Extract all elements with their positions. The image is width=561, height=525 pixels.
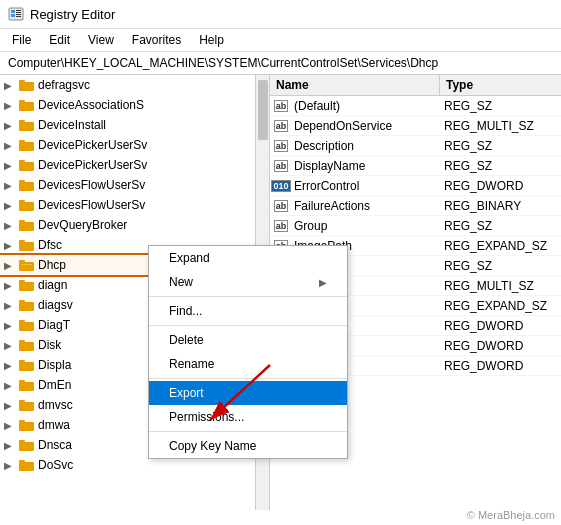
chevron-icon: ▶: [4, 80, 16, 91]
ctx-permissions[interactable]: Permissions...: [149, 405, 347, 429]
svg-rect-29: [19, 280, 25, 284]
folder-icon: [19, 358, 35, 372]
value-row-default[interactable]: ab (Default) REG_SZ: [270, 96, 561, 116]
ctx-copy-key-name[interactable]: Copy Key Name: [149, 434, 347, 458]
value-name: DependOnService: [292, 119, 440, 133]
ab-icon: ab: [272, 139, 290, 153]
value-row-displayname[interactable]: ab DisplayName REG_SZ: [270, 156, 561, 176]
scroll-thumb[interactable]: [258, 80, 268, 140]
tree-item-devicepicker2[interactable]: ▶ DevicePickerUserSv: [0, 155, 269, 175]
chevron-icon: ▶: [4, 260, 16, 271]
chevron-icon: ▶: [4, 140, 16, 151]
tree-item-devicepicker1[interactable]: ▶ DevicePickerUserSv: [0, 135, 269, 155]
svg-rect-10: [19, 100, 25, 104]
menu-view[interactable]: View: [80, 31, 122, 49]
tree-label: DevicesFlowUserSv: [38, 178, 145, 192]
folder-icon: [19, 278, 35, 292]
ctx-rename[interactable]: Rename: [149, 352, 347, 376]
svg-rect-26: [19, 260, 25, 264]
value-row-description[interactable]: ab Description REG_SZ: [270, 136, 561, 156]
value-row-group[interactable]: ab Group REG_SZ: [270, 216, 561, 236]
title-bar: Registry Editor: [0, 0, 561, 29]
value-name: Description: [292, 139, 440, 153]
tree-label: dmvsc: [38, 398, 73, 412]
ctx-export[interactable]: Export: [149, 381, 347, 405]
svg-rect-20: [19, 200, 25, 204]
svg-rect-31: [19, 300, 25, 304]
value-type: REG_MULTI_SZ: [440, 119, 561, 133]
app-title: Registry Editor: [30, 7, 115, 22]
value-name: Group: [292, 219, 440, 233]
value-type: REG_SZ: [440, 259, 561, 273]
ctx-rename-label: Rename: [169, 357, 214, 371]
tree-label: DeviceAssociationS: [38, 98, 144, 112]
folder-icon: [19, 78, 35, 92]
tree-label: DmEn: [38, 378, 71, 392]
folder-icon: [19, 338, 35, 352]
value-row-errorcontrol[interactable]: 010 ErrorControl REG_DWORD: [270, 176, 561, 196]
value-type: REG_EXPAND_SZ: [440, 299, 561, 313]
menu-file[interactable]: File: [4, 31, 39, 49]
ctx-delete[interactable]: Delete: [149, 328, 347, 352]
folder-icon: [19, 218, 35, 232]
chevron-icon: ▶: [4, 460, 16, 471]
tree-item-defragsvc[interactable]: ▶ defragsvc: [0, 75, 269, 95]
tree-label: DeviceInstall: [38, 118, 106, 132]
main-content: ▶ defragsvc ▶ DeviceAssociationS ▶ Devic…: [0, 75, 561, 510]
svg-rect-6: [16, 16, 21, 17]
tree-label: diagn: [38, 278, 67, 292]
value-type: REG_SZ: [440, 139, 561, 153]
ctx-separator-4: [149, 431, 347, 432]
tree-label: Dfsc: [38, 238, 62, 252]
folder-icon: [19, 458, 35, 472]
ctx-expand-label: Expand: [169, 251, 210, 265]
ctx-new[interactable]: New ▶: [149, 270, 347, 294]
header-type: Type: [440, 75, 561, 95]
folder-icon: [19, 398, 35, 412]
value-name: (Default): [292, 99, 440, 113]
chevron-icon: ▶: [4, 440, 16, 451]
folder-icon: [19, 118, 35, 132]
chevron-icon: ▶: [4, 340, 16, 351]
chevron-icon: ▶: [4, 280, 16, 291]
tree-item-devicesflow1[interactable]: ▶ DevicesFlowUserSv: [0, 175, 269, 195]
ctx-permissions-label: Permissions...: [169, 410, 244, 424]
value-type: REG_SZ: [440, 219, 561, 233]
ctx-delete-label: Delete: [169, 333, 204, 347]
menu-bar: File Edit View Favorites Help: [0, 29, 561, 52]
svg-rect-8: [19, 80, 25, 84]
tree-item-devicesflow2[interactable]: ▶ DevicesFlowUserSv: [0, 195, 269, 215]
svg-rect-39: [19, 380, 25, 384]
ctx-expand[interactable]: Expand: [149, 246, 347, 270]
svg-rect-35: [19, 340, 25, 344]
menu-help[interactable]: Help: [191, 31, 232, 49]
ab-icon: ab: [272, 219, 290, 233]
tree-item-devquerybroker[interactable]: ▶ DevQueryBroker: [0, 215, 269, 235]
tree-label: dmwa: [38, 418, 70, 432]
tree-item-deviceassociation[interactable]: ▶ DeviceAssociationS: [0, 95, 269, 115]
chevron-icon: ▶: [4, 220, 16, 231]
tree-item-deviceinstall[interactable]: ▶ DeviceInstall: [0, 115, 269, 135]
ctx-find[interactable]: Find...: [149, 299, 347, 323]
value-row-dependonservice[interactable]: ab DependOnService REG_MULTI_SZ: [270, 116, 561, 136]
folder-icon: [19, 138, 35, 152]
value-row-failureactions[interactable]: ab FailureActions REG_BINARY: [270, 196, 561, 216]
ab-icon: ab: [272, 99, 290, 113]
folder-icon: [19, 238, 35, 252]
menu-favorites[interactable]: Favorites: [124, 31, 189, 49]
chevron-icon: ▶: [4, 380, 16, 391]
tree-label: DevicesFlowUserSv: [38, 198, 145, 212]
svg-rect-45: [19, 440, 25, 444]
folder-icon: [19, 198, 35, 212]
value-name: ErrorControl: [292, 179, 440, 193]
ctx-new-label: New: [169, 275, 193, 289]
svg-rect-14: [19, 140, 25, 144]
ctx-separator-1: [149, 296, 347, 297]
chevron-icon: ▶: [4, 360, 16, 371]
ctx-export-label: Export: [169, 386, 204, 400]
folder-open-icon: [19, 258, 35, 272]
tree-label: DiagT: [38, 318, 70, 332]
folder-icon: [19, 298, 35, 312]
menu-edit[interactable]: Edit: [41, 31, 78, 49]
folder-icon: [19, 98, 35, 112]
